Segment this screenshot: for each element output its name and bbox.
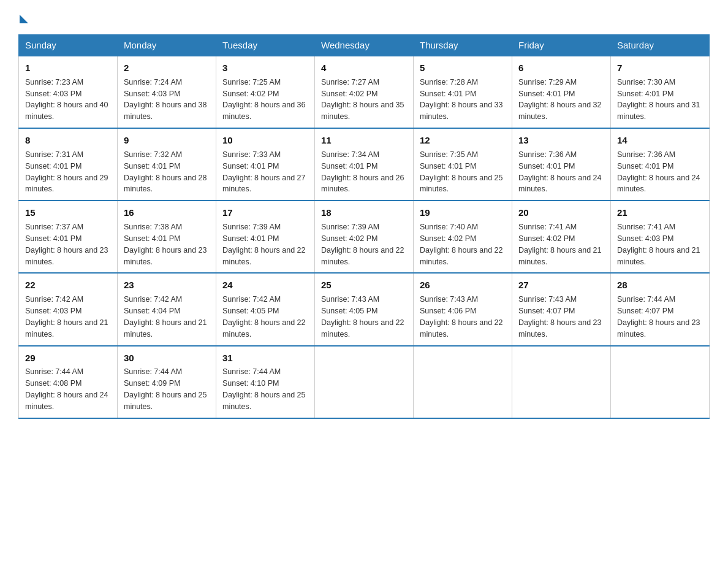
day-number: 14	[617, 134, 703, 147]
day-info: Sunrise: 7:37 AMSunset: 4:01 PMDaylight:…	[25, 223, 108, 266]
day-number: 5	[420, 61, 506, 75]
calendar-cell: 19Sunrise: 7:40 AMSunset: 4:02 PMDayligh…	[414, 201, 512, 273]
day-info: Sunrise: 7:43 AMSunset: 4:07 PMDaylight:…	[518, 295, 602, 339]
calendar-cell: 13Sunrise: 7:36 AMSunset: 4:01 PMDayligh…	[512, 128, 611, 201]
day-number: 11	[321, 134, 407, 147]
day-number: 20	[518, 206, 604, 220]
day-number: 26	[420, 278, 506, 292]
day-info: Sunrise: 7:44 AMSunset: 4:10 PMDaylight:…	[222, 367, 306, 411]
calendar-cell: 7Sunrise: 7:30 AMSunset: 4:01 PMDaylight…	[611, 56, 710, 128]
page-header	[18, 12, 710, 23]
calendar-cell: 17Sunrise: 7:39 AMSunset: 4:01 PMDayligh…	[216, 201, 315, 273]
day-info: Sunrise: 7:31 AMSunset: 4:01 PMDaylight:…	[25, 150, 108, 194]
day-info: Sunrise: 7:42 AMSunset: 4:04 PMDaylight:…	[124, 295, 207, 339]
day-info: Sunrise: 7:27 AMSunset: 4:02 PMDaylight:…	[321, 78, 404, 121]
header-thursday: Thursday	[414, 35, 512, 56]
day-number: 31	[222, 351, 308, 365]
day-info: Sunrise: 7:40 AMSunset: 4:02 PMDaylight:…	[420, 223, 503, 266]
calendar-cell: 31Sunrise: 7:44 AMSunset: 4:10 PMDayligh…	[216, 346, 315, 418]
calendar-cell: 30Sunrise: 7:44 AMSunset: 4:09 PMDayligh…	[118, 346, 216, 418]
day-info: Sunrise: 7:25 AMSunset: 4:02 PMDaylight:…	[222, 78, 306, 121]
calendar-cell: 11Sunrise: 7:34 AMSunset: 4:01 PMDayligh…	[315, 128, 414, 201]
day-info: Sunrise: 7:24 AMSunset: 4:03 PMDaylight:…	[124, 78, 207, 121]
day-info: Sunrise: 7:36 AMSunset: 4:01 PMDaylight:…	[518, 150, 602, 194]
calendar-cell: 5Sunrise: 7:28 AMSunset: 4:01 PMDaylight…	[414, 56, 512, 128]
day-number: 22	[25, 278, 111, 292]
day-info: Sunrise: 7:29 AMSunset: 4:01 PMDaylight:…	[518, 78, 602, 121]
calendar-cell: 3Sunrise: 7:25 AMSunset: 4:02 PMDaylight…	[216, 56, 315, 128]
calendar-cell	[512, 346, 611, 418]
header-saturday: Saturday	[611, 35, 710, 56]
day-number: 24	[222, 278, 308, 292]
calendar-cell: 29Sunrise: 7:44 AMSunset: 4:08 PMDayligh…	[19, 346, 118, 418]
day-number: 30	[124, 351, 210, 365]
day-number: 10	[222, 134, 308, 147]
day-info: Sunrise: 7:39 AMSunset: 4:02 PMDaylight:…	[321, 223, 404, 266]
day-number: 19	[420, 206, 506, 220]
day-number: 8	[25, 134, 111, 147]
week-row-3: 15Sunrise: 7:37 AMSunset: 4:01 PMDayligh…	[19, 201, 710, 273]
day-number: 4	[321, 61, 407, 75]
day-number: 23	[124, 278, 210, 292]
day-number: 29	[25, 351, 111, 365]
logo-arrow-icon	[20, 15, 28, 23]
calendar-cell: 23Sunrise: 7:42 AMSunset: 4:04 PMDayligh…	[118, 273, 216, 345]
calendar-cell: 24Sunrise: 7:42 AMSunset: 4:05 PMDayligh…	[216, 273, 315, 345]
calendar-cell: 2Sunrise: 7:24 AMSunset: 4:03 PMDaylight…	[118, 56, 216, 128]
day-number: 15	[25, 206, 111, 220]
calendar-cell: 12Sunrise: 7:35 AMSunset: 4:01 PMDayligh…	[414, 128, 512, 201]
day-number: 18	[321, 206, 407, 220]
calendar-cell	[315, 346, 414, 418]
day-number: 9	[124, 134, 210, 147]
day-info: Sunrise: 7:41 AMSunset: 4:02 PMDaylight:…	[518, 223, 602, 266]
day-info: Sunrise: 7:44 AMSunset: 4:08 PMDaylight:…	[25, 367, 108, 411]
day-info: Sunrise: 7:44 AMSunset: 4:09 PMDaylight:…	[124, 367, 207, 411]
calendar-cell: 20Sunrise: 7:41 AMSunset: 4:02 PMDayligh…	[512, 201, 611, 273]
calendar-cell: 27Sunrise: 7:43 AMSunset: 4:07 PMDayligh…	[512, 273, 611, 345]
calendar-cell: 25Sunrise: 7:43 AMSunset: 4:05 PMDayligh…	[315, 273, 414, 345]
day-info: Sunrise: 7:38 AMSunset: 4:01 PMDaylight:…	[124, 223, 207, 266]
day-number: 12	[420, 134, 506, 147]
day-info: Sunrise: 7:28 AMSunset: 4:01 PMDaylight:…	[420, 78, 503, 121]
calendar-cell: 9Sunrise: 7:32 AMSunset: 4:01 PMDaylight…	[118, 128, 216, 201]
day-number: 6	[518, 61, 604, 75]
header-monday: Monday	[118, 35, 216, 56]
day-number: 28	[617, 278, 703, 292]
day-info: Sunrise: 7:42 AMSunset: 4:03 PMDaylight:…	[25, 295, 108, 339]
calendar-cell: 26Sunrise: 7:43 AMSunset: 4:06 PMDayligh…	[414, 273, 512, 345]
day-info: Sunrise: 7:42 AMSunset: 4:05 PMDaylight:…	[222, 295, 306, 339]
day-info: Sunrise: 7:30 AMSunset: 4:01 PMDaylight:…	[617, 78, 700, 121]
week-row-5: 29Sunrise: 7:44 AMSunset: 4:08 PMDayligh…	[19, 346, 710, 418]
day-info: Sunrise: 7:32 AMSunset: 4:01 PMDaylight:…	[124, 150, 207, 194]
calendar-cell: 6Sunrise: 7:29 AMSunset: 4:01 PMDaylight…	[512, 56, 611, 128]
day-number: 21	[617, 206, 703, 220]
day-info: Sunrise: 7:39 AMSunset: 4:01 PMDaylight:…	[222, 223, 306, 266]
day-info: Sunrise: 7:36 AMSunset: 4:01 PMDaylight:…	[617, 150, 700, 194]
day-number: 13	[518, 134, 604, 147]
calendar-cell: 16Sunrise: 7:38 AMSunset: 4:01 PMDayligh…	[118, 201, 216, 273]
day-info: Sunrise: 7:44 AMSunset: 4:07 PMDaylight:…	[617, 295, 700, 339]
day-info: Sunrise: 7:43 AMSunset: 4:05 PMDaylight:…	[321, 295, 404, 339]
calendar-cell	[611, 346, 710, 418]
day-number: 2	[124, 61, 210, 75]
calendar-cell: 4Sunrise: 7:27 AMSunset: 4:02 PMDaylight…	[315, 56, 414, 128]
day-number: 1	[25, 61, 111, 75]
day-info: Sunrise: 7:41 AMSunset: 4:03 PMDaylight:…	[617, 223, 700, 266]
logo	[18, 12, 28, 23]
day-info: Sunrise: 7:34 AMSunset: 4:01 PMDaylight:…	[321, 150, 404, 194]
day-number: 7	[617, 61, 703, 75]
header-friday: Friday	[512, 35, 611, 56]
calendar-cell: 22Sunrise: 7:42 AMSunset: 4:03 PMDayligh…	[19, 273, 118, 345]
week-row-1: 1Sunrise: 7:23 AMSunset: 4:03 PMDaylight…	[19, 56, 710, 128]
day-info: Sunrise: 7:43 AMSunset: 4:06 PMDaylight:…	[420, 295, 503, 339]
calendar-cell: 14Sunrise: 7:36 AMSunset: 4:01 PMDayligh…	[611, 128, 710, 201]
calendar-cell	[414, 346, 512, 418]
calendar-cell: 18Sunrise: 7:39 AMSunset: 4:02 PMDayligh…	[315, 201, 414, 273]
week-row-4: 22Sunrise: 7:42 AMSunset: 4:03 PMDayligh…	[19, 273, 710, 345]
header-sunday: Sunday	[19, 35, 118, 56]
day-info: Sunrise: 7:23 AMSunset: 4:03 PMDaylight:…	[25, 78, 108, 121]
day-number: 17	[222, 206, 308, 220]
calendar-cell: 1Sunrise: 7:23 AMSunset: 4:03 PMDaylight…	[19, 56, 118, 128]
day-info: Sunrise: 7:35 AMSunset: 4:01 PMDaylight:…	[420, 150, 503, 194]
calendar-cell: 28Sunrise: 7:44 AMSunset: 4:07 PMDayligh…	[611, 273, 710, 345]
